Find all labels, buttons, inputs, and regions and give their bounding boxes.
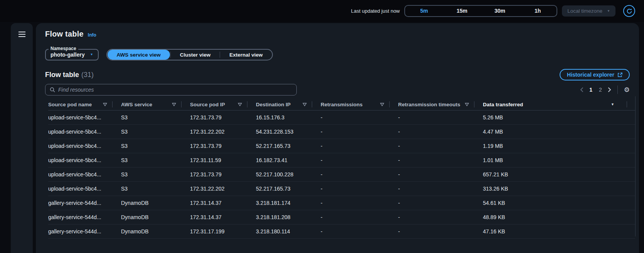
filter-icon[interactable] — [380, 103, 384, 106]
info-link[interactable]: Info — [88, 32, 96, 38]
column-header-data-transferred[interactable]: Data transferred ▼ — [483, 99, 635, 110]
timezone-label: Local timezone — [567, 8, 602, 14]
namespace-select[interactable]: Namespace photo-gallery ▼ — [45, 49, 99, 60]
external-link-icon — [617, 72, 622, 77]
table-row[interactable]: upload-service-5bc4...S3172.31.73.7952.2… — [48, 168, 635, 182]
last-updated-text: Last updated just now — [351, 8, 400, 14]
gear-icon: ⚙ — [624, 86, 630, 94]
table-cell: - — [398, 186, 474, 192]
table-cell: 5.26 MB — [483, 114, 635, 121]
table-cell: 313.26 KB — [483, 186, 635, 192]
refresh-button[interactable] — [623, 5, 635, 17]
table-cell: - — [398, 214, 474, 220]
column-header-retransmission-timeouts[interactable]: Retransmission timeouts — [398, 99, 474, 110]
column-header-source-pod-ip[interactable]: Source pod IP — [190, 99, 247, 110]
table-cell: upload-service-5bc4... — [48, 186, 113, 192]
namespace-select-label: Namespace — [49, 46, 78, 51]
timezone-dropdown[interactable]: Local timezone ▼ — [562, 5, 615, 17]
table-cell: 52.217.165.73 — [256, 143, 312, 149]
table-row[interactable]: gallery-service-544d...DynamoDB172.31.17… — [48, 225, 635, 239]
divider — [617, 85, 618, 94]
tab-external-view[interactable]: External view — [220, 50, 272, 60]
table-cell: upload-service-5bc4... — [48, 129, 113, 135]
table-cell: - — [321, 143, 390, 149]
page-title: Flow table — [45, 30, 84, 39]
tab-cluster-view[interactable]: Cluster view — [171, 50, 220, 60]
filter-icon[interactable] — [238, 103, 242, 106]
table-cell: DynamoDB — [121, 214, 182, 220]
time-range-1h[interactable]: 1h — [519, 6, 557, 16]
table-cell: DynamoDB — [121, 228, 182, 235]
table-cell: upload-service-5bc4... — [48, 143, 113, 149]
table-cell: - — [321, 171, 390, 178]
chevron-down-icon: ▼ — [607, 10, 610, 13]
search-icon — [50, 87, 55, 92]
table-cell: 172.31.73.79 — [190, 143, 247, 149]
table-cell: gallery-service-544d... — [48, 200, 113, 206]
table-row[interactable]: gallery-service-544d...DynamoDB172.31.14… — [48, 210, 635, 225]
table-cell: 52.217.165.73 — [256, 186, 312, 192]
column-label: Source pod IP — [190, 102, 225, 107]
column-header-source-pod-name[interactable]: Source pod name — [48, 99, 113, 110]
table-cell: 172.31.22.202 — [190, 129, 247, 135]
table-settings-button[interactable]: ⚙ — [624, 87, 630, 93]
table-cell: gallery-service-544d... — [48, 228, 113, 235]
column-label: Data transferred — [483, 102, 523, 107]
column-header-destination-ip[interactable]: Destination IP — [256, 99, 312, 110]
table-cell: gallery-service-544d... — [48, 214, 113, 220]
table-cell: upload-service-5bc4... — [48, 114, 113, 121]
table-cell: - — [321, 114, 390, 121]
table-row-count: (31) — [81, 71, 94, 79]
table-cell: 54.231.228.153 — [256, 129, 312, 135]
table-cell: - — [321, 157, 390, 163]
table-right-border — [635, 96, 636, 236]
column-header-aws-service[interactable]: AWS service — [121, 99, 182, 110]
table-cell: 3.218.181.208 — [256, 214, 312, 220]
filter-controls-row: Namespace photo-gallery ▼ AWS service vi… — [45, 49, 630, 60]
table-row[interactable]: gallery-service-544d...DynamoDB172.31.14… — [48, 196, 635, 210]
next-page-button[interactable] — [608, 87, 611, 92]
table-cell: - — [321, 200, 390, 206]
time-range-5m[interactable]: 5m — [405, 6, 443, 16]
time-range-15m[interactable]: 15m — [443, 6, 481, 16]
table-row[interactable]: upload-service-5bc4...S3172.31.22.20252.… — [48, 182, 635, 196]
side-navigation-rail — [11, 23, 33, 253]
table-cell: 172.31.14.37 — [190, 214, 247, 220]
table-row[interactable]: upload-service-5bc4...S3172.31.11.5916.1… — [48, 153, 635, 168]
table-cell: 172.31.73.79 — [190, 114, 247, 121]
filter-icon[interactable] — [303, 103, 307, 106]
table-cell: - — [321, 228, 390, 235]
table-cell: 172.31.14.37 — [190, 200, 247, 206]
historical-explorer-button[interactable]: Historical explorer — [560, 69, 630, 80]
column-header-retransmissions[interactable]: Retransmissions — [321, 99, 390, 110]
filter-icon[interactable] — [465, 103, 469, 106]
table-cell: 3.218.180.114 — [256, 228, 312, 235]
table-row[interactable]: upload-service-5bc4...S3172.31.73.7952.2… — [48, 139, 635, 153]
table-cell: S3 — [121, 114, 182, 121]
table-header-row: Source pod name AWS service Source pod I… — [48, 99, 635, 111]
table-cell: 48.89 KB — [483, 214, 635, 220]
table-cell: 16.182.73.41 — [256, 157, 312, 163]
page-number-1[interactable]: 1 — [589, 87, 593, 93]
open-navigation-button[interactable] — [11, 23, 33, 45]
search-input[interactable] — [58, 87, 292, 93]
time-range-30m[interactable]: 30m — [481, 6, 519, 16]
table-cell: - — [398, 228, 474, 235]
view-switcher: AWS service view Cluster view External v… — [106, 49, 273, 60]
panel-header: Flow table Info — [45, 30, 630, 39]
sort-descending-icon[interactable]: ▼ — [611, 103, 614, 106]
table-cell: upload-service-5bc4... — [48, 171, 113, 178]
page-number-2[interactable]: 2 — [598, 87, 603, 93]
search-box — [45, 84, 297, 96]
table-cell: - — [398, 157, 474, 163]
filter-icon[interactable] — [172, 103, 176, 106]
previous-page-button[interactable] — [580, 87, 583, 92]
table-cell: 172.31.22.202 — [190, 186, 247, 192]
table-cell: 657.21 KB — [483, 171, 635, 178]
filter-icon[interactable] — [103, 103, 107, 106]
tab-aws-service-view[interactable]: AWS service view — [108, 50, 170, 60]
table-cell: S3 — [121, 186, 182, 192]
table-row[interactable]: upload-service-5bc4...S3172.31.73.7916.1… — [48, 111, 635, 125]
table-cell: 1.01 MB — [483, 157, 635, 163]
table-row[interactable]: upload-service-5bc4...S3172.31.22.20254.… — [48, 125, 635, 139]
